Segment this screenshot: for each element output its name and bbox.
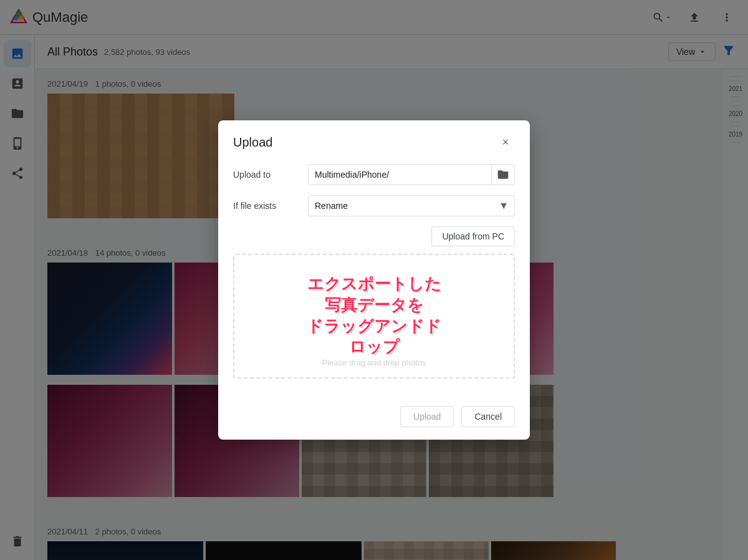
upload-from-pc-row: Upload from PC: [233, 226, 515, 246]
if-file-exists-label: If file exists: [233, 201, 308, 211]
dialog-close-button[interactable]: ×: [496, 133, 515, 152]
dialog-header: Upload ×: [218, 120, 530, 159]
if-file-exists-control: Rename Skip Overwrite ▼: [308, 195, 515, 216]
drop-zone[interactable]: エクスポートした写真データを ドラッグアンドドロップ Please drag a…: [233, 254, 515, 379]
if-file-exists-select-wrapper: Rename Skip Overwrite ▼: [308, 195, 515, 216]
upload-to-label: Upload to: [233, 170, 308, 180]
if-file-exists-select[interactable]: Rename Skip Overwrite: [308, 195, 515, 216]
dialog-title: Upload: [233, 135, 272, 150]
drop-overlay-text: エクスポートした写真データを ドラッグアンドドロップ: [304, 274, 444, 358]
if-file-exists-row: If file exists Rename Skip Overwrite ▼: [233, 195, 515, 216]
upload-to-input[interactable]: [309, 165, 491, 185]
upload-submit-button[interactable]: Upload: [400, 406, 454, 427]
folder-browse-button[interactable]: [491, 165, 514, 185]
cancel-button[interactable]: Cancel: [461, 406, 515, 427]
upload-to-input-wrapper: [308, 164, 515, 185]
drop-zone-text: Please drag and drop photos: [322, 358, 426, 367]
drop-hint-line2: ドラッグアンドドロップ: [304, 316, 444, 359]
upload-from-pc-button[interactable]: Upload from PC: [431, 226, 515, 246]
upload-dialog: Upload × Upload to If file exist: [218, 120, 530, 440]
dialog-overlay: Upload × Upload to If file exist: [0, 0, 748, 560]
upload-to-control: [308, 164, 515, 185]
dialog-body: Upload to If file exists Rena: [218, 159, 530, 398]
upload-to-row: Upload to: [233, 164, 515, 185]
drop-hint-line1: エクスポートした写真データを: [304, 274, 444, 316]
dialog-footer: Upload Cancel: [218, 398, 530, 440]
